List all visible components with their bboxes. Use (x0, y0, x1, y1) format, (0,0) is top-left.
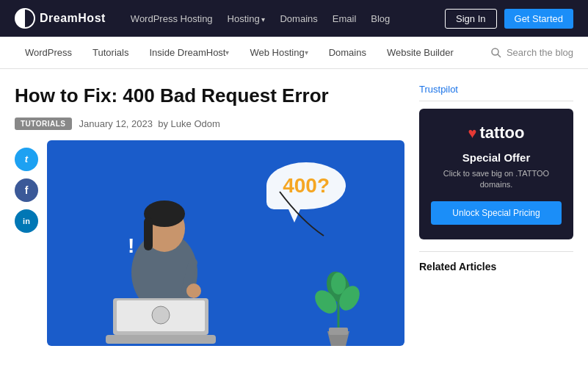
dreamhost-logo-icon (15, 8, 35, 29)
sec-nav-tutorials[interactable]: Tutorials (82, 37, 139, 69)
sec-nav-domains[interactable]: Domains (319, 37, 377, 69)
social-sidebar: t f in (15, 140, 47, 346)
logo[interactable]: DreamHost (15, 8, 106, 29)
svg-line-2 (498, 54, 501, 57)
secondary-navigation: WordPress Tutorials Inside DreamHost Web… (0, 37, 588, 69)
svg-rect-11 (106, 335, 216, 344)
article-hero-image: 400? ! (47, 140, 404, 346)
get-started-button[interactable]: Get Started (504, 9, 573, 29)
article-tag: TUTORIALS (15, 118, 72, 130)
article-meta: TUTORIALS January 12, 2023 by Luke Odom (15, 118, 404, 130)
top-navigation: DreamHost WordPress Hosting Hosting Doma… (0, 0, 588, 37)
article-date: January 12, 2023 by Luke Odom (79, 118, 220, 129)
nav-wordpress-hosting[interactable]: WordPress Hosting (131, 13, 213, 24)
top-nav-links: WordPress Hosting Hosting Domains Email … (131, 13, 427, 24)
ad-logo-text: tattoo (479, 123, 524, 142)
svg-point-1 (492, 48, 498, 55)
nav-domains[interactable]: Domains (280, 13, 317, 24)
laptop-illustration (98, 295, 231, 346)
sec-nav-wordpress[interactable]: WordPress (15, 37, 82, 69)
trustpilot-label: Trustpilot (419, 84, 573, 95)
sec-nav-inside-dreamhost[interactable]: Inside DreamHost (139, 37, 239, 69)
ad-heart-icon: ♥ (468, 125, 477, 142)
trustpilot-divider (419, 101, 573, 101)
article-area: How to Fix: 400 Bad Request Error TUTORI… (15, 84, 404, 346)
twitter-share-button[interactable]: t (15, 148, 38, 171)
related-articles-label: Related Articles (419, 251, 573, 272)
search-placeholder-text: Search the blog (507, 47, 573, 58)
nav-hosting[interactable]: Hosting (228, 13, 266, 24)
search-icon (490, 47, 502, 59)
main-content: How to Fix: 400 Bad Request Error TUTORI… (0, 69, 588, 346)
logo-text: DreamHost (40, 12, 106, 25)
article-title: How to Fix: 400 Bad Request Error (15, 84, 404, 109)
sec-nav-links: WordPress Tutorials Inside DreamHost Web… (15, 37, 490, 69)
sec-nav-web-hosting[interactable]: Web Hosting (239, 37, 318, 69)
svg-rect-6 (144, 217, 153, 250)
sec-nav-website-builder[interactable]: Website Builder (377, 37, 464, 69)
ad-offer-title: Special Offer (431, 151, 562, 164)
facebook-share-button[interactable]: f (15, 178, 38, 202)
svg-rect-14 (329, 328, 348, 335)
nav-blog[interactable]: Blog (371, 13, 390, 24)
nav-email[interactable]: Email (333, 13, 357, 24)
right-sidebar: Trustpilot ♥ tattoo Special Offer Click … (419, 84, 573, 346)
ad-offer-subtitle: Click to save big on .TATTOO domains. (431, 168, 562, 191)
ad-unlock-button[interactable]: Unlock Special Pricing (431, 201, 562, 225)
bubble-connector (272, 184, 331, 243)
svg-point-12 (152, 306, 170, 324)
ad-logo: ♥ tattoo (431, 123, 562, 142)
top-nav-right: Sign In Get Started (445, 9, 573, 29)
linkedin-share-button[interactable]: in (15, 209, 38, 233)
svg-point-19 (331, 272, 346, 295)
ad-box: ♥ tattoo Special Offer Click to save big… (419, 109, 573, 239)
search-area[interactable]: Search the blog (490, 47, 573, 59)
signin-button[interactable]: Sign In (445, 9, 496, 29)
plant-illustration (313, 258, 364, 346)
article-image-wrapper: t f in 400? ! (15, 140, 404, 346)
